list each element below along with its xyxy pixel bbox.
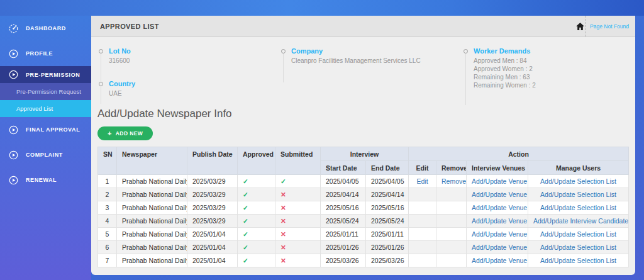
newspaper-cell: Prabhab National Daily [117,254,187,267]
newspaper-cell: Prabhab National Daily [117,215,187,228]
country-label: Country [109,80,135,87]
company-value: Cleanpro Facilities Management Services … [291,57,421,65]
submitted-mark: ✕ [275,188,321,201]
edit-cell [409,228,436,241]
worker-demands-line: Approved Men : 84 [474,57,536,65]
add-new-label: ADD NEW [116,130,143,137]
approved-mark: ✓ [238,228,275,241]
publish-date-cell: 2025/03/29 [187,175,238,188]
manage-users-link[interactable]: Add/Update Selection List [540,230,616,238]
sidebar-item-label: FINAL APPROVAL [26,126,80,133]
sidebar-subitem-pre-permission-request[interactable]: Pre-Permission Request [0,83,91,100]
sidebar-subitem-approved-list[interactable]: Approved List [0,100,91,117]
newspaper-cell: Prabhab National Daily [117,201,187,215]
sidebar: DASHBOARD PROFILE PRE-PERMISSION Pre-Per… [0,16,91,280]
info-worker-demands: Worker Demands Approved Men : 84 Approve… [464,47,536,89]
page-not-found-link[interactable]: Page Not Found [590,23,629,30]
remove-cell [436,228,467,241]
sidebar-item-renewal[interactable]: RENEWAL [0,167,91,193]
submitted-mark: ✕ [275,201,321,215]
col-approved: Approved [238,147,275,175]
table-row: 7 Prabhab National Daily 2025/01/04 ✓ ✕ … [98,254,629,267]
table-row: 4 Prabhab National Daily 2025/03/29 ✓ ✕ … [98,215,629,228]
lot-no-value: 316600 [109,57,131,65]
col-remove: Remove [436,161,467,175]
col-sn: SN [98,147,117,175]
sidebar-item-dashboard[interactable]: DASHBOARD [0,16,91,41]
approved-mark: ✓ [238,188,275,201]
edit-cell [409,241,436,254]
publish-date-cell: 2025/01/04 [187,254,238,267]
sidebar-item-final-approval[interactable]: FINAL APPROVAL [0,117,91,142]
timeline-dot-icon [99,82,103,86]
publish-date-cell: 2025/03/29 [187,215,238,228]
remove-link[interactable]: Remove [441,177,466,185]
newspaper-table: SN Newspaper Publish Date Approved Submi… [97,147,629,267]
manage-users-link[interactable]: Add/Update Selection List [540,244,616,251]
add-new-button[interactable]: + ADD NEW [97,126,153,140]
venue-link[interactable]: Add/Update Venue [472,204,527,211]
remove-cell [436,215,467,228]
venue-link[interactable]: Add/Update Venue [472,257,527,264]
publish-date-cell: 2025/01/04 [187,241,238,254]
submitted-mark: ✕ [275,241,321,254]
timeline-dot-icon [464,49,468,53]
col-manage-users: Manage Users [528,161,629,175]
play-circle-icon [8,150,18,160]
sidebar-subitem-label: Pre-Permission Request [16,88,81,95]
venue-link[interactable]: Add/Update Venue [472,191,527,198]
timeline-dot-icon [281,49,286,53]
venue-link[interactable]: Add/Update Venue [472,230,527,238]
sidebar-item-complaint[interactable]: COMPLAINT [0,142,91,167]
publish-date-cell: 2025/03/29 [187,188,238,201]
timeline-dot-icon [99,49,103,53]
sidebar-item-pre-permission[interactable]: PRE-PERMISSION [0,66,91,83]
submitted-mark: ✕ [275,254,321,267]
approved-mark: ✓ [238,241,275,254]
newspaper-cell: Prabhab National Daily [117,175,187,188]
remove-cell [436,201,467,215]
approved-mark: ✓ [238,175,275,188]
sn-cell: 7 [98,254,117,267]
play-circle-icon [8,125,18,135]
venue-link[interactable]: Add/Update Venue [472,244,527,251]
sidebar-item-label: PRE-PERMISSION [26,72,80,78]
end-date-cell: 2025/03/26 [366,254,409,267]
worker-demands-line: Remaining Men : 63 [474,73,536,81]
page-header: APPROVED LIST Page Not Found [91,16,635,37]
venue-link[interactable]: Add/Update Venue [472,217,527,225]
col-submitted: Submitted [275,147,321,175]
approved-mark: ✓ [238,201,275,215]
table-row: 1 Prabhab National Daily 2025/03/29 ✓ ✓ … [98,175,629,188]
company-label: Company [291,47,421,55]
manage-users-link[interactable]: Add/Update Interview Candidates [533,217,629,225]
newspaper-cell: Prabhab National Daily [117,188,187,201]
table-row: 2 Prabhab National Daily 2025/03/29 ✓ ✕ … [98,188,629,201]
publish-date-cell: 2025/03/29 [187,201,238,215]
sn-cell: 3 [98,201,117,215]
sn-cell: 6 [98,241,117,254]
sn-cell: 4 [98,215,117,228]
manage-users-link[interactable]: Add/Update Selection List [540,204,616,211]
home-icon[interactable] [576,22,584,30]
sn-cell: 2 [98,188,117,201]
edit-link[interactable]: Edit [416,177,428,185]
approval-info-panel: Lot No 316600 Company Cleanpro Facilitie… [91,37,635,105]
manage-users-link[interactable]: Add/Update Selection List [540,177,616,185]
manage-users-link[interactable]: Add/Update Selection List [540,191,616,198]
venue-link[interactable]: Add/Update Venue [472,177,527,185]
end-date-cell: 2025/01/11 [366,228,409,241]
play-circle-icon [8,70,18,80]
worker-demands-line: Approved Women : 2 [474,65,536,73]
newspaper-cell: Prabhab National Daily [117,241,187,254]
approved-mark: ✓ [238,215,275,228]
submitted-mark: ✕ [275,228,321,241]
manage-users-link[interactable]: Add/Update Selection List [540,257,616,264]
start-date-cell: 2025/04/14 [321,188,366,201]
play-circle-icon [8,48,18,59]
col-publish-date: Publish Date [187,147,238,175]
sidebar-item-profile[interactable]: PROFILE [0,41,91,66]
start-date-cell: 2025/05/16 [321,201,366,215]
col-start-date: Start Date [321,161,366,175]
worker-demands-label: Worker Demands [474,47,536,55]
